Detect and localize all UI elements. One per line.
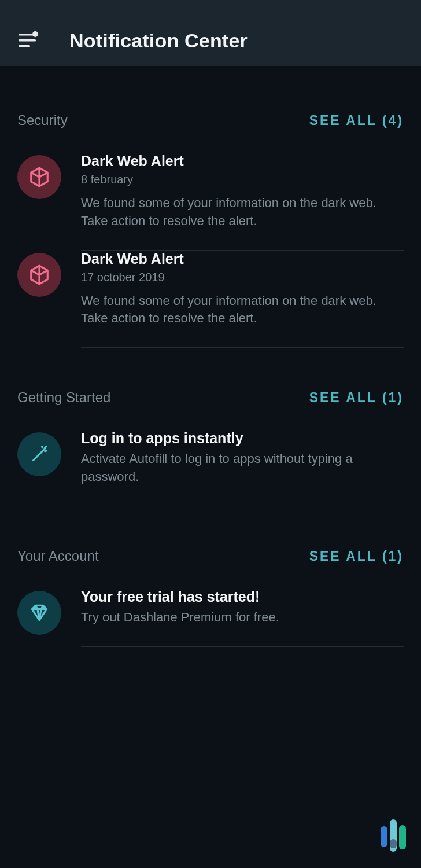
bar-icon bbox=[399, 825, 406, 849]
item-body: Your free trial has started! Try out Das… bbox=[81, 589, 404, 647]
see-all-link[interactable]: SEE ALL (1) bbox=[309, 549, 404, 564]
section-title: Your Account bbox=[17, 548, 99, 564]
notification-dot-icon bbox=[32, 31, 38, 37]
section-title: Security bbox=[17, 112, 68, 128]
item-body: Log in to apps instantly Activate Autofi… bbox=[81, 430, 404, 506]
teal-icon-bg bbox=[17, 432, 61, 476]
item-body: Dark Web Alert 17 october 2019 We found … bbox=[81, 251, 404, 348]
section-header: Security SEE ALL (4) bbox=[17, 112, 404, 128]
cube-alert-icon bbox=[28, 166, 50, 188]
item-date: 17 october 2019 bbox=[81, 271, 404, 284]
item-title: Dark Web Alert bbox=[81, 153, 404, 170]
notification-item[interactable]: Dark Web Alert 8 february We found some … bbox=[17, 153, 404, 251]
item-desc: Activate Autofill to log in to apps with… bbox=[81, 450, 404, 486]
section-getting-started: Getting Started SEE ALL (1) Log in to ap… bbox=[17, 389, 404, 506]
notification-item[interactable]: Log in to apps instantly Activate Autofi… bbox=[17, 430, 404, 506]
content: Security SEE ALL (4) Dark Web Alert 8 fe… bbox=[0, 112, 421, 647]
item-desc: We found some of your information on the… bbox=[81, 194, 404, 230]
item-title: Your free trial has started! bbox=[81, 589, 404, 605]
item-date: 8 february bbox=[81, 173, 404, 186]
section-security: Security SEE ALL (4) Dark Web Alert 8 fe… bbox=[17, 112, 404, 348]
bar-icon bbox=[390, 819, 397, 852]
diamond-icon bbox=[28, 602, 50, 624]
app-header: Notification Center bbox=[0, 0, 421, 66]
cube-alert-icon bbox=[28, 264, 50, 286]
svg-rect-1 bbox=[19, 39, 36, 42]
alert-icon-bg bbox=[17, 253, 61, 297]
section-header: Getting Started SEE ALL (1) bbox=[17, 389, 404, 406]
section-your-account: Your Account SEE ALL (1) Your free trial… bbox=[17, 548, 404, 647]
item-desc: We found some of your information on the… bbox=[81, 292, 404, 328]
item-title: Log in to apps instantly bbox=[81, 430, 404, 447]
item-body: Dark Web Alert 8 february We found some … bbox=[81, 153, 404, 251]
teal-icon-bg bbox=[17, 591, 61, 635]
svg-rect-2 bbox=[19, 45, 30, 47]
bar-icon bbox=[381, 826, 387, 847]
item-desc: Try out Dashlane Premium for free. bbox=[81, 609, 404, 627]
notification-item[interactable]: Your free trial has started! Try out Das… bbox=[17, 589, 404, 647]
notification-item[interactable]: Dark Web Alert 17 october 2019 We found … bbox=[17, 251, 404, 348]
section-header: Your Account SEE ALL (1) bbox=[17, 548, 404, 564]
see-all-link[interactable]: SEE ALL (1) bbox=[309, 390, 404, 406]
item-title: Dark Web Alert bbox=[81, 251, 404, 267]
menu-button[interactable] bbox=[16, 29, 39, 52]
section-title: Getting Started bbox=[17, 389, 110, 406]
alert-icon-bg bbox=[17, 155, 61, 199]
see-all-link[interactable]: SEE ALL (4) bbox=[309, 113, 404, 128]
wand-icon bbox=[29, 444, 50, 465]
page-title: Notification Center bbox=[69, 30, 248, 52]
equalizer-icon bbox=[381, 819, 406, 852]
